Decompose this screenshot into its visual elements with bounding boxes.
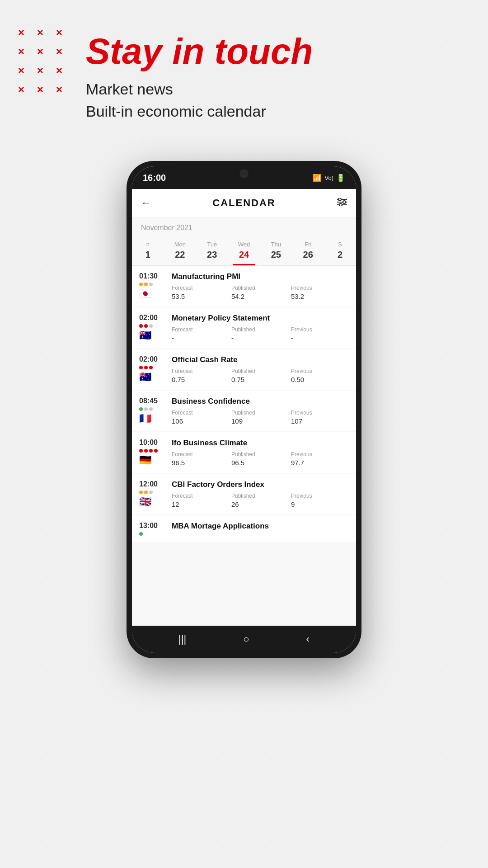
dot-2 [144, 449, 148, 453]
event-title: Official Cash Rate [172, 355, 349, 364]
dot-2 [144, 324, 148, 328]
event-title: Monetary Policy Statement [172, 314, 349, 323]
day-item-tue23[interactable]: Tue 23 [196, 238, 228, 265]
battery-icon: 🔋 [336, 174, 345, 182]
stat-forecast: Forecast 53.5 [172, 285, 230, 300]
dot-1 [139, 366, 143, 369]
day-selector: n 1 Mon 22 Tue 23 Wed 24 Thu 25 [132, 235, 356, 266]
event-official-cash-rate[interactable]: 02:00 🇦🇺 Official Cash Rate Forecast [132, 349, 356, 390]
stat-previous: Previous - [291, 326, 349, 342]
stat-published: Published 0.75 [231, 368, 289, 383]
subtitle-market-news: Market news [86, 80, 488, 98]
x-mark: × [37, 84, 51, 98]
stat-previous: Previous 0.50 [291, 368, 349, 383]
day-item-1[interactable]: n 1 [132, 238, 164, 265]
signal-icon: Vo) [324, 175, 333, 181]
event-stats: Forecast 96.5 Published 96.5 Previous 97… [172, 451, 349, 467]
event-dots [139, 324, 166, 328]
day-item-mon22[interactable]: Mon 22 [164, 238, 196, 265]
event-dots [139, 366, 166, 369]
wifi-icon: 📶 [313, 174, 322, 182]
hero-title: Stay in touch [86, 32, 488, 71]
day-item-sat27[interactable]: S 2 [324, 238, 356, 265]
stat-forecast: Forecast 106 [172, 410, 230, 425]
event-stats: Forecast 106 Published 109 Previous 107 [172, 410, 349, 425]
event-flag: 🇯🇵 [139, 288, 166, 300]
event-dots [139, 532, 166, 536]
event-ifo-business-climate[interactable]: 10:00 🇩🇪 Ifo Business Climate [132, 432, 356, 473]
event-title: Manufacturing PMI [172, 272, 349, 281]
x-mark: × [56, 46, 70, 60]
event-flag: 🇫🇷 [139, 413, 166, 425]
x-mark: × [37, 27, 51, 41]
event-cbi-factory-orders[interactable]: 12:00 🇬🇧 CBI Factory Orders Index For [132, 474, 356, 514]
filter-button[interactable] [337, 197, 347, 209]
camera-notch [239, 169, 249, 178]
event-business-confidence[interactable]: 08:45 🇫🇷 Business Confidence Forecast [132, 391, 356, 431]
month-label: November 2021 [132, 217, 356, 235]
svg-point-3 [338, 198, 341, 201]
stat-forecast: Forecast 0.75 [172, 368, 230, 383]
event-monetary-policy[interactable]: 02:00 🇦🇺 Monetary Policy Statement Fo [132, 307, 356, 348]
status-icons: 📶 Vo) 🔋 [313, 174, 345, 182]
hero-subtitle: Market news Built-in economic calendar [86, 80, 488, 120]
stat-forecast: Forecast - [172, 326, 230, 342]
event-dots [139, 283, 166, 286]
dot-3 [149, 366, 153, 369]
dot-2 [144, 491, 148, 494]
subtitle-calendar: Built-in economic calendar [86, 103, 488, 120]
event-mba-mortage[interactable]: 13:00 MBA Mortage Applications [132, 515, 356, 542]
x-mark: × [56, 84, 70, 98]
event-time: 01:30 [139, 272, 166, 280]
day-item-fri26[interactable]: Fri 26 [292, 238, 324, 265]
event-stats: Forecast 0.75 Published 0.75 Previous 0.… [172, 368, 349, 383]
x-mark: × [18, 46, 32, 60]
day-item-thu25[interactable]: Thu 25 [260, 238, 292, 265]
dot-3 [149, 449, 153, 453]
event-time: 10:00 [139, 439, 166, 447]
x-mark: × [37, 65, 51, 79]
stat-published: Published 96.5 [231, 451, 289, 467]
svg-point-5 [339, 203, 342, 206]
phone-container: 16:00 📶 Vo) 🔋 ← CALENDAR [0, 161, 488, 658]
stat-published: Published 26 [231, 493, 289, 508]
event-time: 13:00 [139, 522, 166, 530]
dot-1 [139, 324, 143, 328]
nav-recent-button[interactable]: ‹ [306, 633, 310, 645]
status-time: 16:00 [143, 173, 166, 183]
events-list: 01:30 🇯🇵 Manufacturing PMI Forecast [132, 266, 356, 626]
stat-published: Published 54.2 [231, 285, 289, 300]
dot-4 [154, 449, 158, 453]
stat-forecast: Forecast 96.5 [172, 451, 230, 467]
event-stats: Forecast - Published - Previous - [172, 326, 349, 342]
dot-3 [149, 491, 153, 494]
dot-2 [144, 283, 148, 286]
event-stats: Forecast 53.5 Published 54.2 Previous 53… [172, 285, 349, 300]
phone-screen: 16:00 📶 Vo) 🔋 ← CALENDAR [132, 166, 356, 653]
event-dots [139, 407, 166, 411]
event-time: 08:45 [139, 397, 166, 405]
event-time: 02:00 [139, 355, 166, 363]
nav-home-button[interactable]: ○ [243, 633, 249, 645]
phone-mockup: 16:00 📶 Vo) 🔋 ← CALENDAR [127, 161, 361, 658]
dot-1 [139, 449, 143, 453]
x-mark: × [18, 65, 32, 79]
event-title: Business Confidence [172, 397, 349, 406]
event-dots [139, 491, 166, 494]
stat-previous: Previous 53.2 [291, 285, 349, 300]
app-title: CALENDAR [212, 197, 275, 209]
dot-3 [149, 283, 153, 286]
event-manufacturing-pmi[interactable]: 01:30 🇯🇵 Manufacturing PMI Forecast [132, 266, 356, 307]
day-item-wed24[interactable]: Wed 24 [228, 238, 260, 265]
nav-back-button[interactable]: ||| [178, 633, 186, 645]
back-button[interactable]: ← [141, 197, 151, 209]
stat-previous: Previous 97.7 [291, 451, 349, 467]
event-time: 12:00 [139, 480, 166, 488]
stat-previous: Previous 107 [291, 410, 349, 425]
x-mark: × [18, 27, 32, 41]
stat-forecast: Forecast 12 [172, 493, 230, 508]
dot-1 [139, 532, 143, 536]
stat-published: Published 109 [231, 410, 289, 425]
event-flag: 🇦🇺 [139, 330, 166, 341]
event-title: Ifo Business Climate [172, 439, 349, 448]
